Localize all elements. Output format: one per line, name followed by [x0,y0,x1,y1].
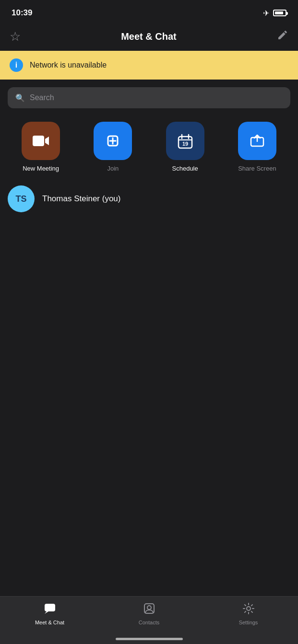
new-meeting-label: New Meeting [23,165,59,172]
battery-icon [273,10,286,16]
svg-marker-12 [45,611,48,614]
contact-item[interactable]: TS Thomas Steiner (you) [8,182,290,216]
settings-icon [242,602,255,617]
tab-bar: Meet & Chat Contacts Settings [0,596,298,644]
svg-text:19: 19 [182,141,188,147]
svg-rect-11 [45,604,55,611]
home-indicator [116,638,183,640]
share-screen-icon-wrapper [238,122,276,160]
svg-point-15 [247,607,250,610]
network-status-text: Network is unavailable [30,61,107,69]
contacts-icon [143,602,155,617]
compose-icon[interactable] [277,29,288,44]
info-icon: i [10,58,23,72]
status-bar: 10:39 ✈ [0,0,298,24]
join-icon-wrapper [94,122,132,160]
svg-rect-0 [33,136,44,146]
status-icons: ✈ [263,9,286,18]
avatar: TS [8,185,35,212]
actions-grid: New Meeting Join 19 Schedule [0,112,298,177]
network-banner: i Network is unavailable [0,51,298,80]
search-placeholder: Search [30,93,54,102]
new-meeting-button[interactable]: New Meeting [14,122,67,172]
schedule-button[interactable]: 19 Schedule [159,122,212,172]
status-time: 10:39 [12,8,32,18]
nav-header: ☆ Meet & Chat [0,24,298,51]
contacts-list: TS Thomas Steiner (you) [0,177,298,221]
tab-meet-chat[interactable]: Meet & Chat [16,602,83,625]
tab-contacts[interactable]: Contacts [116,602,183,625]
schedule-label: Schedule [172,165,198,172]
search-bar[interactable]: 🔍 Search [8,87,290,108]
contact-name: Thomas Steiner (you) [42,194,120,204]
svg-point-14 [147,606,151,610]
page-title: Meet & Chat [121,31,177,42]
new-meeting-icon-wrapper [22,122,60,160]
join-label: Join [107,165,119,172]
meet-chat-icon [44,602,56,617]
tab-settings[interactable]: Settings [215,602,282,625]
search-container: 🔍 Search [0,80,298,112]
airplane-icon: ✈ [263,9,269,18]
share-screen-button[interactable]: Share Screen [231,122,284,172]
tab-contacts-label: Contacts [139,620,159,625]
star-icon[interactable]: ☆ [10,29,21,44]
tab-meet-chat-label: Meet & Chat [35,620,64,625]
tab-settings-label: Settings [239,620,258,625]
share-screen-label: Share Screen [238,165,276,172]
search-icon: 🔍 [15,93,25,103]
join-button[interactable]: Join [86,122,139,172]
schedule-icon-wrapper: 19 [166,122,204,160]
